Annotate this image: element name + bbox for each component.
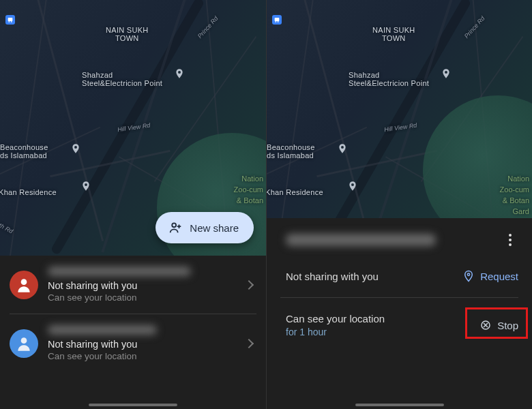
svg-point-7 (276, 21, 277, 22)
svg-point-8 (278, 21, 279, 22)
map-pin-icon (337, 143, 348, 154)
can-see-text: Can see your location (286, 313, 385, 324)
map-label-botan: & Botan (237, 196, 263, 204)
svg-point-9 (467, 273, 469, 275)
map-pin-icon (80, 181, 91, 192)
map-label-hillview: Hill View Rd (117, 122, 151, 134)
map-label-hillview: Hill View Rd (384, 122, 417, 134)
share-list-sheet: Not sharing with you Can see your locati… (0, 256, 266, 409)
svg-rect-0 (8, 18, 13, 21)
svg-point-1 (9, 21, 10, 22)
map-label-gard: Gard (513, 207, 529, 215)
map-label-nation: Nation (507, 175, 529, 183)
can-see-duration: for 1 hour (286, 327, 385, 337)
contact-status: Not sharing with you (48, 339, 236, 350)
map-pin-icon (441, 68, 452, 79)
chevron-right-icon (244, 279, 254, 289)
map-pin-icon (174, 68, 185, 79)
avatar (10, 329, 38, 358)
contact-substatus: Can see your location (48, 351, 236, 361)
svg-rect-6 (275, 18, 280, 21)
not-sharing-row: Not sharing with you Request (267, 255, 532, 297)
new-share-label: New share (190, 222, 239, 234)
contact-row[interactable]: Not sharing with you Can see your locati… (0, 256, 266, 314)
sheet-header (267, 218, 532, 255)
svg-point-2 (11, 21, 12, 22)
request-label: Request (480, 271, 518, 282)
contact-row[interactable]: Not sharing with you Can see your locati… (0, 314, 266, 372)
map-label-khan: Khan Residence (0, 188, 57, 196)
chevron-right-icon (244, 338, 254, 348)
svg-point-3 (173, 223, 177, 227)
home-indicator (89, 404, 177, 406)
map-label-botan: & Botan (503, 196, 529, 204)
contact-status: Not sharing with you (48, 280, 236, 291)
stop-circle-icon (479, 319, 492, 331)
map-label-zoo: Zoo-cum (500, 185, 529, 194)
map-label-thrd: th Rd (0, 222, 14, 235)
svg-point-4 (21, 279, 27, 285)
map-label-khan: Khan Residence (267, 188, 323, 196)
map-label-nainsukh: NAIN SUKHTOWN (106, 26, 149, 42)
more-options-button[interactable] (502, 232, 518, 248)
svg-point-5 (21, 337, 27, 344)
map-label-nation: Nation (241, 175, 263, 183)
map-label-beaconhouse: Beaconhouseds Islamabad (0, 143, 48, 160)
map-label-nainsukh: NAIN SUKHTOWN (372, 26, 415, 42)
contact-name-redacted (286, 234, 436, 246)
map-pin-icon (70, 143, 81, 154)
map-label-zoo: Zoo-cum (234, 185, 263, 194)
contact-detail-sheet: Not sharing with you Request Can see you… (267, 218, 532, 409)
map-area[interactable]: NAIN SUKHTOWN Prince Rd ShahzadSteel&Ele… (267, 0, 532, 218)
can-see-row: Can see your location for 1 hour Stop (267, 298, 532, 352)
new-share-button[interactable]: New share (156, 212, 254, 243)
stop-button[interactable]: Stop (479, 319, 518, 331)
map-pin-icon (347, 181, 358, 192)
map-area[interactable]: NAIN SUKHTOWN Prince Rd ShahzadSteel&Ele… (0, 0, 266, 256)
stop-label: Stop (497, 320, 518, 331)
contact-name-redacted (48, 325, 157, 335)
map-label-beaconhouse: Beaconhouseds Islamabad (267, 143, 315, 160)
bus-stop-icon (272, 15, 282, 25)
map-label-shahzad: ShahzadSteel&Electricion Point (349, 71, 429, 87)
bus-stop-icon (5, 15, 15, 25)
map-label-shahzad: ShahzadSteel&Electricion Point (82, 71, 162, 87)
contact-name-redacted (48, 267, 191, 276)
not-sharing-text: Not sharing with you (286, 271, 462, 282)
request-button[interactable]: Request (462, 270, 518, 282)
home-indicator (355, 404, 444, 406)
screen-left: NAIN SUKHTOWN Prince Rd ShahzadSteel&Ele… (0, 0, 266, 409)
person-add-icon (168, 220, 183, 235)
screen-right: NAIN SUKHTOWN Prince Rd ShahzadSteel&Ele… (266, 0, 532, 409)
avatar (10, 271, 38, 299)
contact-substatus: Can see your location (48, 292, 236, 303)
location-pin-icon (462, 270, 475, 282)
